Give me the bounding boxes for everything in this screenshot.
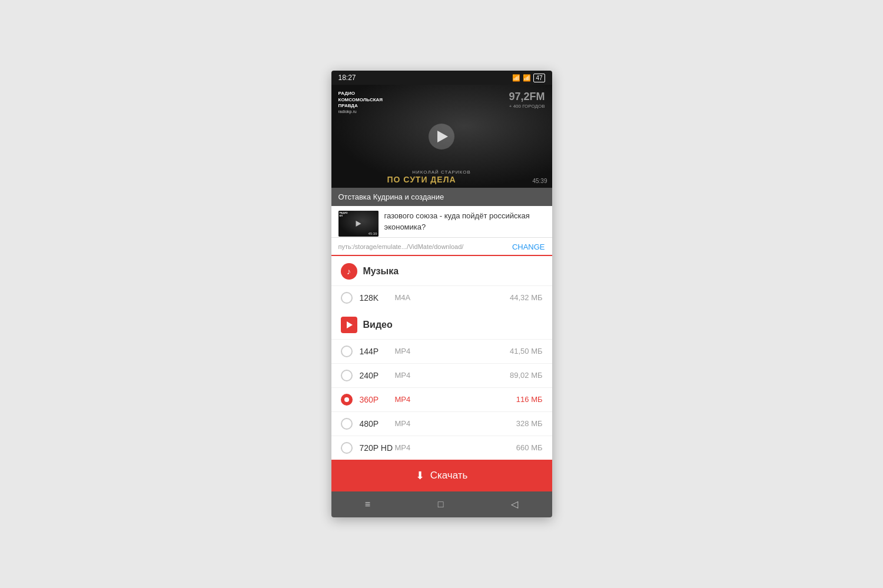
radio-360p[interactable]: [341, 394, 353, 406]
video-icon: [341, 317, 357, 333]
home-nav-icon[interactable]: □: [438, 499, 444, 510]
quality-row-360p[interactable]: 360P MP4 116 МБ: [331, 387, 552, 411]
quality-label-128k: 128K: [360, 293, 395, 303]
play-button[interactable]: [429, 124, 454, 150]
quality-label-360p: 360P: [360, 395, 395, 404]
quality-format-240p: MP4: [395, 371, 430, 380]
mini-player-row: РАДИОКП 45:39 газового союза - куда пойд…: [331, 206, 552, 237]
quality-size-144p: 41,50 МБ: [430, 347, 543, 356]
status-icons: 📶 📶 47: [512, 74, 545, 82]
phone-frame: 18:27 📶 📶 47 РАДИОКОМСОМОЛЬСКАЯПРАВДАrad…: [331, 71, 552, 517]
quality-format-720p: MP4: [395, 443, 430, 452]
quality-format-360p: MP4: [395, 395, 430, 404]
signal-icon: 📶: [523, 74, 531, 82]
mini-duration: 45:39: [368, 232, 377, 235]
music-section-label: Музыка: [363, 266, 399, 277]
duration-badge: 45:39: [532, 178, 547, 184]
video-section-header: Видео: [331, 310, 552, 339]
radio-480p[interactable]: [341, 418, 353, 430]
quality-row-480p[interactable]: 480P MP4 328 МБ: [331, 411, 552, 436]
quality-format-144p: MP4: [395, 347, 430, 356]
change-button[interactable]: CHANGE: [512, 242, 545, 251]
quality-label-720p: 720P HD: [360, 443, 395, 453]
mini-thumbnail: РАДИОКП 45:39: [338, 211, 379, 237]
menu-nav-icon[interactable]: ≡: [365, 499, 370, 510]
show-title: ПО СУТИ ДЕЛА: [331, 175, 505, 184]
path-text: путь:/storage/emulate.../VidMate/downloa…: [338, 243, 507, 250]
quality-format-480p: MP4: [395, 419, 430, 428]
radio-logo: РАДИОКОМСОМОЛЬСКАЯПРАВДАradiokp.ru: [338, 91, 383, 114]
nav-bar: ≡ □ ◁: [331, 491, 552, 517]
quality-size-240p: 89,02 МБ: [430, 371, 543, 380]
download-arrow-icon: ⬇: [416, 469, 424, 482]
wifi-icon: 📶: [512, 74, 520, 82]
radio-720p[interactable]: [341, 442, 353, 454]
quality-size-480p: 328 МБ: [430, 419, 543, 428]
video-section-label: Видео: [363, 320, 393, 330]
back-nav-icon[interactable]: ◁: [511, 499, 518, 510]
music-icon: ♪: [341, 263, 357, 280]
download-label: Скачать: [430, 470, 468, 481]
battery-icon: 47: [533, 74, 545, 82]
quality-format-128k: M4A: [395, 293, 430, 302]
yt-play-icon: [347, 321, 353, 328]
quality-row-720p[interactable]: 720P HD MP4 660 МБ: [331, 436, 552, 460]
frequency-label: 97,2FM + 400 ГОРОДОВ: [509, 91, 545, 109]
quality-label-240p: 240P: [360, 371, 395, 380]
quality-label-144p: 144P: [360, 347, 395, 356]
article-strip: Отставка Кудрина и создание: [331, 188, 552, 206]
quality-size-720p: 660 МБ: [430, 443, 543, 452]
mini-thumb-logo: РАДИОКП: [340, 212, 348, 218]
radio-240p[interactable]: [341, 370, 353, 381]
quality-size-128k: 44,32 МБ: [430, 293, 543, 302]
quality-row-128k[interactable]: 128K M4A 44,32 МБ: [331, 285, 552, 310]
status-bar: 18:27 📶 📶 47: [331, 71, 552, 85]
quality-row-240p[interactable]: 240P MP4 89,02 МБ: [331, 363, 552, 387]
quality-size-360p: 116 МБ: [430, 395, 543, 404]
radio-128k[interactable]: [341, 292, 353, 304]
download-button[interactable]: ⬇ Скачать: [331, 460, 552, 491]
radio-144p[interactable]: [341, 346, 353, 357]
music-section-header: ♪ Музыка: [331, 256, 552, 285]
quality-row-144p[interactable]: 144P MP4 41,50 МБ: [331, 339, 552, 363]
mini-title: газового союза - куда пойдёт российская …: [384, 211, 545, 237]
path-row: путь:/storage/emulate.../VidMate/downloa…: [331, 238, 552, 256]
download-options: ♪ Музыка 128K M4A 44,32 МБ Видео 144P MP…: [331, 256, 552, 460]
show-name: НИКОЛАЙ СТАРИКОВ: [331, 170, 552, 175]
mini-play-icon: [356, 221, 361, 227]
quality-label-480p: 480P: [360, 419, 395, 428]
video-banner[interactable]: РАДИОКОМСОМОЛЬСКАЯПРАВДАradiokp.ru 97,2F…: [331, 85, 552, 188]
play-triangle-icon: [437, 131, 448, 142]
time-display: 18:27: [338, 74, 356, 82]
